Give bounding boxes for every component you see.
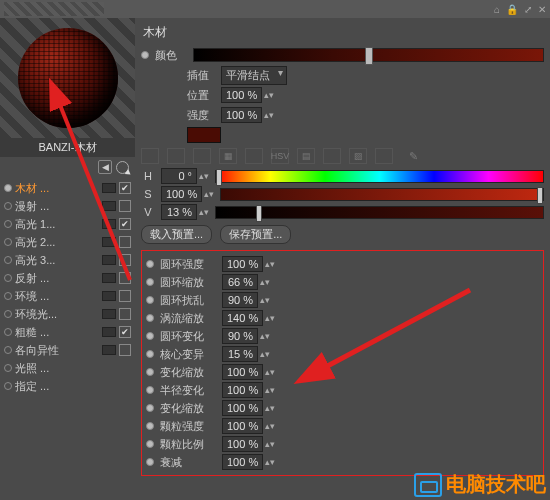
- material-preview[interactable]: [0, 18, 135, 138]
- channel-row[interactable]: 木材 ...: [0, 179, 135, 197]
- channel-checkbox[interactable]: [119, 272, 131, 284]
- channel-radio[interactable]: [4, 310, 12, 318]
- channel-radio[interactable]: [4, 382, 12, 390]
- mode-icon[interactable]: [141, 148, 159, 164]
- intensity-value[interactable]: 100 %: [221, 107, 262, 123]
- sat-spinner[interactable]: ▴▾: [204, 190, 214, 199]
- picker-cursor-icon[interactable]: [116, 161, 129, 174]
- channel-swatch[interactable]: [102, 183, 116, 193]
- channel-checkbox[interactable]: [119, 200, 131, 212]
- mode-icon[interactable]: [245, 148, 263, 164]
- channel-checkbox[interactable]: [119, 182, 131, 194]
- sat-knob[interactable]: [537, 187, 543, 204]
- channel-swatch[interactable]: [102, 345, 116, 355]
- mode-icon[interactable]: ▦: [219, 148, 237, 164]
- channel-radio[interactable]: [4, 292, 12, 300]
- channel-row[interactable]: 高光 3...: [0, 251, 135, 269]
- param-value[interactable]: 100 %: [222, 400, 263, 416]
- mode-icon[interactable]: [323, 148, 341, 164]
- channel-row[interactable]: 指定 ...: [0, 377, 135, 395]
- home-icon[interactable]: ⌂: [494, 4, 500, 15]
- param-spinner[interactable]: ▴▾: [265, 422, 275, 431]
- param-value[interactable]: 140 %: [222, 310, 263, 326]
- channel-swatch[interactable]: [102, 255, 116, 265]
- param-value[interactable]: 100 %: [222, 256, 263, 272]
- param-field[interactable]: 100 %▴▾: [222, 400, 275, 416]
- mode-icon[interactable]: HSV: [271, 148, 289, 164]
- param-field[interactable]: 100 %▴▾: [222, 436, 275, 452]
- prev-button[interactable]: ◀: [98, 160, 112, 174]
- hue-spinner[interactable]: ▴▾: [199, 172, 209, 181]
- position-field[interactable]: 100 %▴▾: [221, 87, 274, 103]
- mode-icon[interactable]: ▤: [297, 148, 315, 164]
- param-value[interactable]: 100 %: [222, 382, 263, 398]
- channel-row[interactable]: 粗糙 ...: [0, 323, 135, 341]
- param-value[interactable]: 90 %: [222, 292, 258, 308]
- param-radio[interactable]: [146, 350, 154, 358]
- param-field[interactable]: 100 %▴▾: [222, 454, 275, 470]
- channel-radio[interactable]: [4, 274, 12, 282]
- param-value[interactable]: 66 %: [222, 274, 258, 290]
- param-radio[interactable]: [146, 260, 154, 268]
- param-spinner[interactable]: ▴▾: [260, 296, 270, 305]
- channel-radio[interactable]: [4, 328, 12, 336]
- channel-checkbox[interactable]: [119, 218, 131, 230]
- channel-checkbox[interactable]: [119, 308, 131, 320]
- param-spinner[interactable]: ▴▾: [260, 278, 270, 287]
- param-field[interactable]: 100 %▴▾: [222, 418, 275, 434]
- channel-radio[interactable]: [4, 364, 12, 372]
- param-radio[interactable]: [146, 314, 154, 322]
- channel-swatch[interactable]: [102, 237, 116, 247]
- channel-row[interactable]: 高光 2...: [0, 233, 135, 251]
- mode-icon[interactable]: ▨: [349, 148, 367, 164]
- channel-radio[interactable]: [4, 220, 12, 228]
- param-value[interactable]: 100 %: [222, 364, 263, 380]
- param-field[interactable]: 100 %▴▾: [222, 382, 275, 398]
- param-value[interactable]: 15 %: [222, 346, 258, 362]
- lock-icon[interactable]: 🔒: [506, 4, 518, 15]
- channel-swatch[interactable]: [102, 291, 116, 301]
- channel-row[interactable]: 反射 ...: [0, 269, 135, 287]
- param-radio[interactable]: [146, 296, 154, 304]
- hue-value[interactable]: 0 °: [161, 168, 197, 184]
- param-spinner[interactable]: ▴▾: [265, 314, 275, 323]
- param-field[interactable]: 90 %▴▾: [222, 328, 270, 344]
- color-swatch[interactable]: [187, 127, 221, 143]
- channel-radio[interactable]: [4, 346, 12, 354]
- channel-radio[interactable]: [4, 256, 12, 264]
- param-field[interactable]: 90 %▴▾: [222, 292, 270, 308]
- param-field[interactable]: 15 %▴▾: [222, 346, 270, 362]
- position-value[interactable]: 100 %: [221, 87, 262, 103]
- channel-swatch[interactable]: [102, 309, 116, 319]
- param-value[interactable]: 100 %: [222, 454, 263, 470]
- val-knob[interactable]: [256, 205, 262, 222]
- param-value[interactable]: 100 %: [222, 436, 263, 452]
- param-radio[interactable]: [146, 332, 154, 340]
- channel-swatch[interactable]: [102, 201, 116, 211]
- load-preset-button[interactable]: 载入预置...: [141, 225, 212, 244]
- close-icon[interactable]: ✕: [538, 4, 546, 15]
- param-spinner[interactable]: ▴▾: [260, 350, 270, 359]
- mode-icon[interactable]: [375, 148, 393, 164]
- channel-checkbox[interactable]: [119, 254, 131, 266]
- param-value[interactable]: 90 %: [222, 328, 258, 344]
- param-spinner[interactable]: ▴▾: [265, 368, 275, 377]
- param-field[interactable]: 100 %▴▾: [222, 256, 275, 272]
- val-spinner[interactable]: ▴▾: [199, 208, 209, 217]
- position-spinner[interactable]: ▴▾: [264, 91, 274, 100]
- channel-swatch[interactable]: [102, 327, 116, 337]
- channel-radio[interactable]: [4, 184, 12, 192]
- val-value[interactable]: 13 %: [161, 204, 197, 220]
- channel-checkbox[interactable]: [119, 290, 131, 302]
- channel-checkbox[interactable]: [119, 326, 131, 338]
- channel-radio[interactable]: [4, 238, 12, 246]
- mode-icon[interactable]: [167, 148, 185, 164]
- channel-swatch[interactable]: [102, 273, 116, 283]
- interp-dropdown[interactable]: 平滑结点: [221, 66, 287, 85]
- param-radio[interactable]: [146, 458, 154, 466]
- param-radio[interactable]: [146, 386, 154, 394]
- sat-value[interactable]: 100 %: [161, 186, 202, 202]
- save-preset-button[interactable]: 保存预置...: [220, 225, 291, 244]
- param-field[interactable]: 100 %▴▾: [222, 364, 275, 380]
- param-spinner[interactable]: ▴▾: [265, 458, 275, 467]
